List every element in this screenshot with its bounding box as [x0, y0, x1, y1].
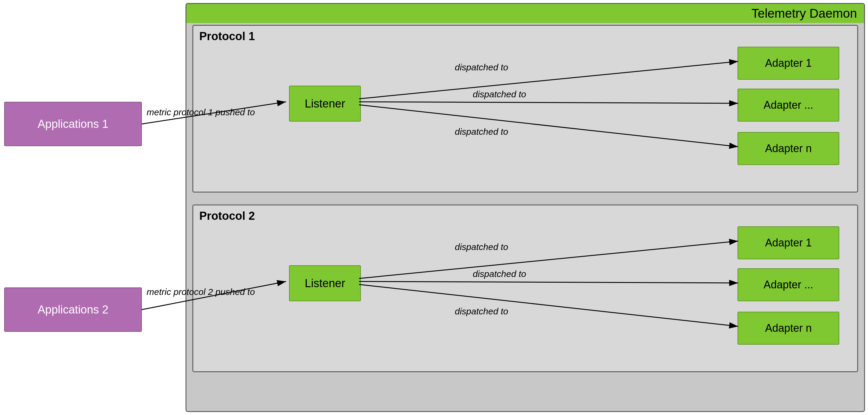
listener-1-box: Listener — [289, 86, 361, 122]
adapter-2-1-label: Adapter 1 — [765, 237, 812, 249]
adapter-2-3-box: Adapter n — [738, 312, 839, 345]
telemetry-daemon-title: Telemetry Daemon — [186, 4, 864, 23]
protocol-1-title: Protocol 1 — [199, 30, 255, 43]
app-2-label: Applications 2 — [38, 303, 108, 316]
protocol-1-box: Protocol 1 Listener Adapter 1 Adapter ..… — [192, 25, 858, 192]
adapter-2-1-box: Adapter 1 — [738, 226, 839, 259]
app-1-box: Applications 1 — [4, 102, 142, 146]
listener-1-label: Listener — [305, 97, 345, 110]
adapter-2-3-label: Adapter n — [765, 322, 812, 334]
adapter-1-1-box: Adapter 1 — [738, 47, 839, 80]
protocol-2-box: Protocol 2 Listener Adapter 1 Adapter ..… — [192, 205, 858, 372]
adapter-2-2-label: Adapter ... — [764, 278, 813, 291]
adapter-1-2-label: Adapter ... — [764, 99, 813, 111]
adapter-2-2-box: Adapter ... — [738, 268, 839, 301]
diagram-container: Telemetry Daemon Protocol 1 Listener Ada… — [0, 0, 868, 415]
adapter-1-3-label: Adapter n — [765, 142, 812, 155]
telemetry-daemon-box: Telemetry Daemon Protocol 1 Listener Ada… — [186, 3, 865, 412]
protocol-2-title: Protocol 2 — [199, 210, 255, 223]
adapter-1-3-box: Adapter n — [738, 132, 839, 165]
app-1-label: Applications 1 — [38, 118, 108, 130]
app-2-box: Applications 2 — [4, 288, 142, 332]
adapter-1-2-box: Adapter ... — [738, 89, 839, 122]
listener-2-box: Listener — [289, 265, 361, 301]
listener-2-label: Listener — [305, 277, 345, 290]
adapter-1-1-label: Adapter 1 — [765, 57, 812, 69]
